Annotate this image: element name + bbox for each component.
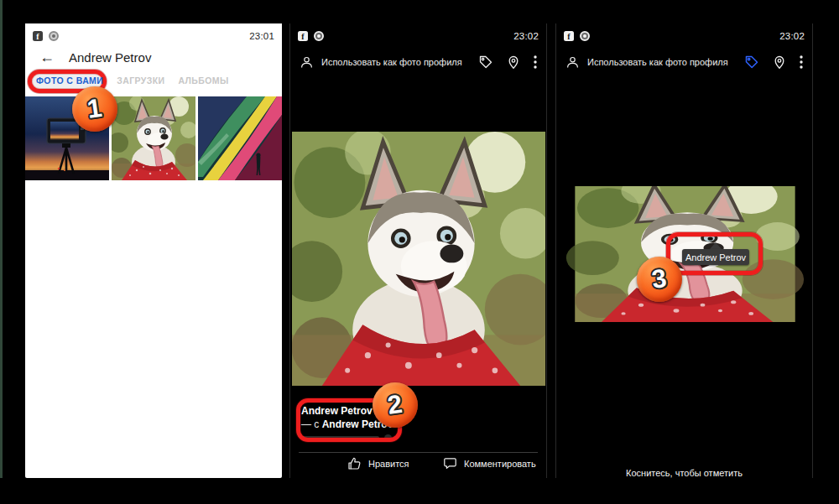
tab-albums[interactable]: АЛЬБОМЫ [178,75,228,86]
facebook-notification-icon: f [33,31,43,41]
photo-toolbar: Использовать как фото профиля [290,49,546,75]
use-as-profile-photo-button[interactable]: Использовать как фото профиля [587,57,728,67]
tag-icon[interactable] [478,55,493,70]
tab-uploads[interactable]: ЗАГРУЗКИ [117,75,164,86]
thumb-up-icon [347,456,362,470]
facebook-notification-icon: f [564,31,574,41]
overflow-menu-icon[interactable] [800,55,803,69]
tab-photos-of-you[interactable]: ФОТО С ВАМИ [36,75,103,86]
chrome-notification-icon [314,31,324,41]
like-button[interactable]: Нравится [347,456,409,470]
status-bar: f 23:01 [33,29,274,43]
use-as-profile-photo-button[interactable]: Использовать как фото профиля [321,57,462,67]
back-arrow-icon[interactable]: ← [39,49,55,65]
profile-person-icon[interactable] [565,55,580,70]
location-pin-icon[interactable] [773,55,786,70]
comment-button[interactable]: Комментировать [443,456,536,470]
photo-grid [25,96,282,180]
tag-icon-active[interactable] [744,55,759,70]
status-time: 23:02 [513,31,539,41]
screen-tagging-mode: f 23:02 Использовать как фото профиля [555,23,813,478]
tab-bar: ФОТО С ВАМИ ЗАГРУЗКИ АЛЬБОМЫ [25,69,282,92]
photo-thumb-abstract-art[interactable] [198,96,282,180]
comment-bubble-icon [443,456,457,470]
caption-with-prefix: — с [301,418,322,430]
chrome-notification-icon [49,31,59,41]
profile-person-icon[interactable] [300,55,314,70]
tag-name-tooltip[interactable]: Andrew Petrov [682,249,749,265]
photo-husky-full[interactable] [292,132,545,386]
location-pin-icon[interactable] [507,55,520,70]
header: ← Andrew Petrov [25,44,282,70]
status-time: 23:01 [249,31,274,41]
left-edge-strip [0,0,3,478]
step-badge-1: 1 [72,86,117,132]
screen-profile-photos: f 23:01 ← Andrew Petrov ФОТО С ВАМИ ЗАГР… [25,23,282,478]
photo-thumb-husky[interactable] [112,96,195,180]
overflow-menu-icon[interactable] [534,55,537,69]
chrome-notification-icon [580,31,590,41]
screen-photo-view: f 23:02 Использовать как фото профиля [289,23,547,478]
photo-toolbar: Использовать как фото профиля [556,49,812,75]
like-label: Нравится [368,459,409,469]
action-bar-divider [299,452,538,453]
status-bar: f 23:02 [298,29,539,43]
comment-label: Комментировать [464,459,536,469]
status-time: 23:02 [779,31,805,41]
tutorial-screenshot: f 23:01 ← Andrew Petrov ФОТО С ВАМИ ЗАГР… [0,0,839,504]
step-badge-3: 3 [637,257,682,302]
tag-tooltip-caret [710,242,722,249]
step-badge-2: 2 [373,382,418,428]
page-title: Andrew Petrov [69,50,151,65]
facebook-notification-icon: f [298,31,308,41]
tap-to-tag-hint: Коснитесь, чтобы отметить [556,468,812,478]
status-bar: f 23:02 [564,29,805,43]
